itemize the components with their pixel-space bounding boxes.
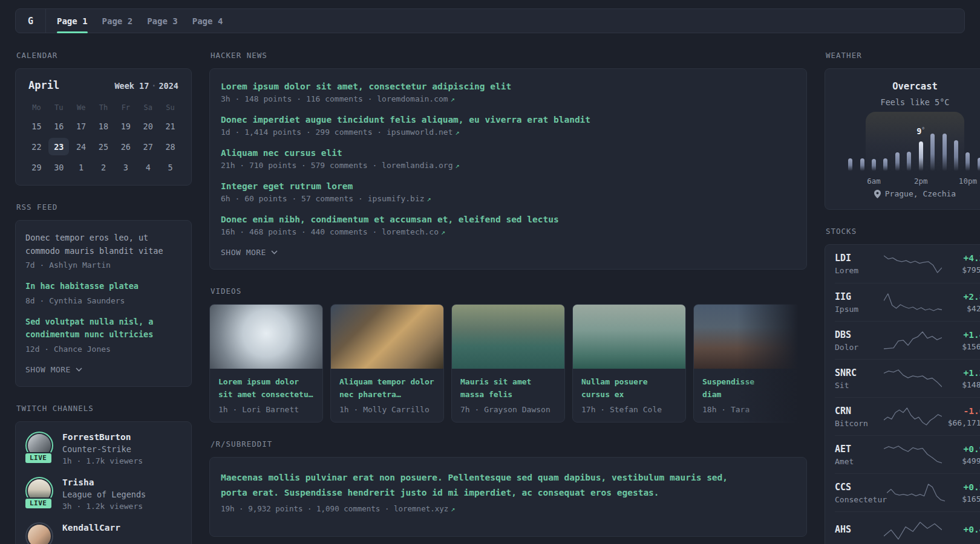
video-title[interactable]: Nullam posuere cursus ex (581, 375, 677, 401)
hackernews-item-title[interactable]: Aliquam nec cursus elit (221, 148, 795, 158)
right-column: WEATHER Overcast Feels like 5°C 6am9°2pm… (825, 51, 980, 544)
video-title[interactable]: Aliquam tempor dolor nec pharetra… (339, 375, 435, 401)
rss-item-title[interactable]: Donec tempor eros leo, ut commodo mauris… (25, 232, 181, 257)
video-card[interactable]: Mauris sit amet massa felis 7h · Grayson… (451, 304, 565, 423)
calendar-day: 17 (70, 117, 93, 135)
twitch-channel-name[interactable]: KendallCarr (62, 523, 120, 533)
hackernews-item: Lorem ipsum dolor sit amet, consectetur … (221, 82, 795, 103)
weather-bar-cell (844, 128, 856, 171)
video-title[interactable]: Suspendisse diam (702, 375, 798, 401)
weather-hour-label: 10pm (959, 176, 977, 186)
calendar-day: 20 (137, 117, 159, 135)
rss-item-title[interactable]: In hac habitasse platea (25, 280, 181, 293)
page-tabs: Page 1 Page 2 Page 3 Page 4 (57, 9, 223, 33)
video-card[interactable]: Nullam posuere cursus ex 17h · Stefan Co… (572, 304, 686, 423)
subreddit-post-list: Maecenas mollis pulvinar erat non posuer… (221, 470, 795, 513)
calendar-weekday: We (70, 101, 93, 114)
stock-name: Amet (835, 457, 884, 466)
video-meta: 18h · Tara (702, 405, 798, 414)
rss-item-meta: 7d · Ashlyn Martin (25, 261, 181, 270)
live-badge: LIVE (24, 452, 53, 464)
stock-row: AHS +0.46% (835, 511, 980, 544)
weather-location: Prague, Czechia (840, 189, 980, 198)
video-title[interactable]: Lorem ipsum dolor sit amet consectetu… (218, 375, 314, 401)
stocks-widget: LDI Lorem +4.35% $795.18 (825, 244, 980, 544)
twitch-avatar-wrap: LIVE (25, 477, 53, 505)
page-tab[interactable]: Page 1 (57, 9, 88, 33)
stock-symbol: IIG (835, 291, 884, 302)
subreddit-post-title[interactable]: Maecenas mollis pulvinar erat non posuer… (221, 470, 795, 500)
video-thumbnail (694, 305, 806, 369)
page-tab[interactable]: Page 2 (102, 9, 133, 33)
rss-item-title[interactable]: Sed volutpat nulla nisl, a condimentum n… (25, 316, 181, 342)
external-link-icon[interactable]: ↗ (441, 228, 445, 236)
live-badge: LIVE (24, 497, 53, 510)
hackernews-section: HACKER NEWS Lorem ipsum dolor sit amet, … (209, 51, 807, 270)
hackernews-item-title[interactable]: Donec enim nibh, condimentum et accumsan… (221, 215, 795, 224)
video-card[interactable]: Aliquam tempor dolor nec pharetra… 1h · … (330, 304, 444, 423)
video-card-body: Lorem ipsum dolor sit amet consectetu… 1… (210, 369, 322, 422)
calendar-weekday: Fr (114, 101, 137, 114)
hackernews-item-meta: 6h · 60 points · 57 comments · ipsumify.… (221, 194, 795, 203)
twitch-channel-row[interactable]: LIVE ForrestBurton Counter-Strike 1h · 1… (25, 432, 181, 465)
stock-row: AET Amet +0.92% $499.72 (835, 435, 980, 473)
calendar-day: 27 (137, 137, 159, 156)
external-link-icon[interactable]: ↗ (427, 195, 431, 203)
stock-symbol: SNRC (835, 368, 884, 378)
hackernews-item: Donec imperdiet augue tincidunt felis al… (221, 115, 795, 137)
external-link-icon[interactable]: ↗ (451, 505, 455, 513)
stock-sparkline (884, 444, 942, 465)
twitch-channel-meta: 3h · 1.2k viewers (62, 502, 146, 511)
stock-identity: AET Amet (835, 444, 884, 466)
videos-section-label: VIDEOS (211, 287, 807, 296)
twitch-channel-row[interactable]: LIVE Trisha League of Legends 3h · 1.2k … (25, 477, 181, 511)
stock-sparkline (884, 292, 942, 312)
external-link-icon[interactable]: ↗ (456, 128, 460, 137)
page-tab[interactable]: Page 3 (147, 9, 178, 33)
video-card-body: Suspendisse diam 18h · Tara (694, 369, 806, 422)
stock-name: Sit (835, 381, 884, 390)
twitch-section-label: TWITCH CHANNELS (16, 404, 192, 413)
hackernews-widget: Lorem ipsum dolor sit amet, consectetur … (209, 68, 807, 270)
weather-bar (895, 152, 900, 171)
rss-show-more-button[interactable]: SHOW MORE (25, 365, 181, 374)
calendar-section-label: CALENDAR (16, 51, 192, 60)
video-card[interactable]: Suspendisse diam 18h · Tara (693, 304, 807, 423)
twitch-channel-name[interactable]: ForrestBurton (62, 432, 143, 442)
twitch-channel-row[interactable]: LIVE KendallCarr (25, 522, 181, 544)
external-link-icon[interactable]: ↗ (451, 95, 455, 103)
avatar (28, 525, 51, 544)
stock-identity: CRN Bitcorn (835, 406, 884, 428)
stock-symbol: AHS (835, 524, 884, 535)
stock-identity: LDI Lorem (835, 253, 884, 275)
calendar-weekday: Su (159, 101, 181, 114)
stock-identity: DBS Dolor (835, 329, 884, 352)
video-meta: 1h · Molly Carrillo (339, 405, 435, 414)
video-card-body: Mauris sit amet massa felis 7h · Grayson… (452, 369, 564, 422)
video-title[interactable]: Mauris sit amet massa felis (460, 375, 556, 401)
twitch-widget: LIVE ForrestBurton Counter-Strike 1h · 1… (15, 421, 192, 544)
hackernews-show-more-button[interactable]: SHOW MORE (221, 248, 795, 257)
weather-bar (930, 134, 935, 171)
calendar-month: April (28, 79, 59, 91)
stock-change: +0.46% (942, 525, 980, 534)
video-thumbnail (573, 305, 685, 369)
twitch-channel-name[interactable]: Trisha (62, 478, 146, 487)
video-card[interactable]: Lorem ipsum dolor sit amet consectetu… 1… (209, 304, 323, 423)
hackernews-item-title[interactable]: Donec imperdiet augue tincidunt felis al… (221, 115, 795, 125)
hackernews-item-title[interactable]: Lorem ipsum dolor sit amet, consectetur … (221, 82, 795, 91)
stock-row: DBS Dolor +1.42% $156.28 (835, 321, 980, 359)
hackernews-item-meta: 16h · 468 points · 440 comments · loremt… (221, 227, 795, 236)
calendar-day: 19 (114, 117, 137, 135)
calendar-day: 25 (93, 137, 115, 156)
external-link-icon[interactable]: ↗ (456, 161, 460, 170)
stocks-section-label: STOCKS (826, 227, 980, 236)
hackernews-item-title[interactable]: Integer eget rutrum lorem (221, 181, 795, 191)
subreddit-section: /R/SUBREDDIT Maecenas mollis pulvinar er… (209, 439, 807, 537)
calendar-day: 2 (93, 158, 115, 176)
stock-price: $66,171.48 (942, 418, 980, 427)
calendar-day: 23 (48, 137, 70, 156)
rss-item-meta: 12d · Chance Jones (25, 345, 181, 354)
stock-values: -1.00% $66,171.48 (942, 406, 980, 427)
page-tab[interactable]: Page 4 (192, 9, 223, 33)
